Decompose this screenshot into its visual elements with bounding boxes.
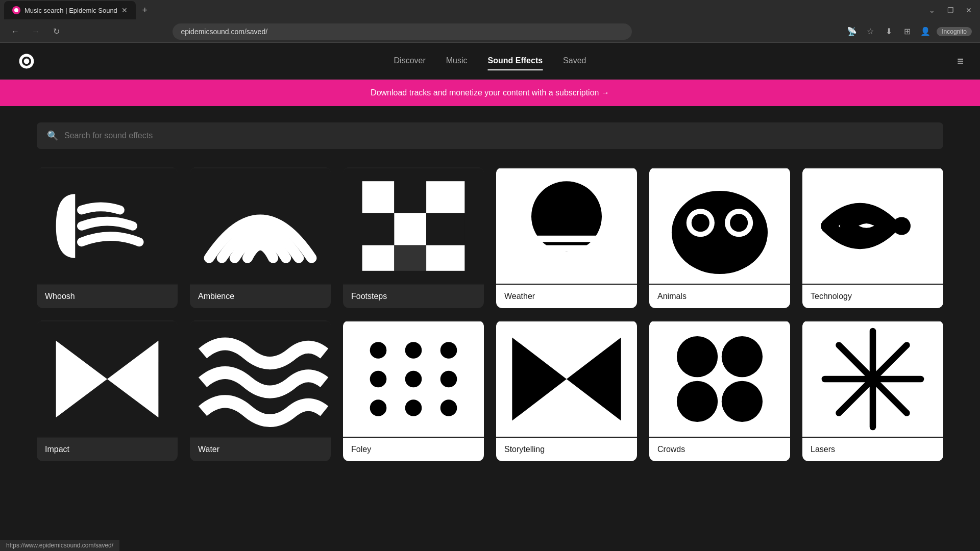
window-controls: ⌄ ❐ ✕ [925,3,976,17]
nav-sound-effects[interactable]: Sound Effects [488,52,543,70]
lasers-image [802,320,943,438]
svg-rect-4 [362,181,395,213]
window-minimize-button[interactable]: ⌄ [925,3,939,17]
address-bar[interactable]: epidemicsound.com/saved/ [173,23,632,40]
category-card-lasers[interactable]: Lasers [802,320,943,461]
svg-rect-44 [649,321,790,437]
svg-point-24 [730,214,748,232]
whoosh-label: Whoosh [37,285,178,308]
technology-image [802,167,943,285]
incognito-badge[interactable]: Incognito [937,27,972,36]
svg-point-39 [405,399,422,416]
category-card-whoosh[interactable]: Whoosh [37,167,178,308]
storytelling-image [496,320,637,438]
category-card-storytelling[interactable]: Storytelling [496,320,637,461]
crowds-image [649,320,790,438]
svg-rect-9 [426,213,464,245]
new-tab-button[interactable]: + [138,3,152,17]
svg-rect-5 [394,181,426,213]
svg-point-40 [440,399,457,416]
search-bar[interactable]: 🔍 [37,122,943,149]
app-logo[interactable] [16,51,37,71]
status-bar: https://www.epidemicsound.com/saved/ [0,540,119,551]
download-button[interactable]: ⬇ [881,24,896,39]
browser-actions: 📡 ☆ ⬇ ⊞ 👤 Incognito [845,24,972,39]
browser-refresh-button[interactable]: ↻ [49,24,63,39]
category-card-ambience[interactable]: Ambience [190,167,331,308]
svg-point-45 [677,336,718,377]
tab-title: Music search | Epidemic Sound [24,7,117,14]
search-icon: 🔍 [47,130,58,141]
nav-menu-button[interactable]: ≡ [957,55,964,68]
svg-point-48 [722,381,763,422]
ambience-label: Ambience [190,285,331,308]
tab-search-button[interactable]: ⊞ [900,24,914,39]
category-card-crowds[interactable]: Crowds [649,320,790,461]
svg-rect-8 [394,213,426,245]
water-image [190,320,331,438]
category-card-water[interactable]: Water [190,320,331,461]
svg-point-35 [370,371,387,388]
water-label: Water [190,438,331,461]
svg-point-32 [370,342,387,359]
search-input[interactable] [64,131,933,140]
category-card-footsteps[interactable]: Footsteps [343,167,484,308]
whoosh-image [37,167,178,285]
bookmark-button[interactable]: ☆ [863,24,877,39]
nav-discover[interactable]: Discover [394,52,426,70]
status-url: https://www.epidemicsound.com/saved/ [6,542,113,549]
app-nav: Discover Music Sound Effects Saved ≡ [0,43,980,80]
weather-label: Weather [496,285,637,308]
svg-point-46 [722,336,763,377]
svg-rect-12 [426,245,464,271]
window-close-button[interactable]: ✕ [962,3,976,17]
nav-links: Discover Music Sound Effects Saved [394,52,586,70]
impact-label: Impact [37,438,178,461]
url-display: epidemicsound.com/saved/ [181,28,267,36]
footsteps-label: Footsteps [343,285,484,308]
svg-rect-17 [516,255,618,261]
svg-point-38 [370,399,387,416]
impact-image [37,320,178,438]
svg-rect-7 [362,213,395,245]
svg-rect-10 [362,245,395,271]
profile-button[interactable]: 👤 [918,24,933,39]
foley-label: Foley [343,438,484,461]
tab-favicon [12,6,20,14]
footsteps-image [343,167,484,285]
animals-label: Animals [649,285,790,308]
promo-banner-text: Download tracks and monetize your conten… [371,88,609,97]
category-card-technology[interactable]: Technology [802,167,943,308]
category-card-foley[interactable]: Foley [343,320,484,461]
svg-rect-15 [516,236,618,242]
cast-button[interactable]: 📡 [845,24,859,39]
window-restore-button[interactable]: ❐ [943,3,958,17]
category-card-animals[interactable]: Animals [649,167,790,308]
svg-point-36 [405,371,422,388]
lasers-label: Lasers [802,438,943,461]
tab-close-button[interactable]: ✕ [121,6,128,14]
technology-label: Technology [802,285,943,308]
promo-banner[interactable]: Download tracks and monetize your conten… [0,80,980,106]
nav-music[interactable]: Music [446,52,468,70]
category-card-weather[interactable]: Weather [496,167,637,308]
animals-image [649,167,790,285]
ambience-image [190,167,331,285]
nav-saved[interactable]: Saved [563,52,586,70]
browser-addressbar: ← → ↻ epidemicsound.com/saved/ 📡 ☆ ⬇ ⊞ 👤… [0,20,980,43]
svg-point-20 [672,191,768,274]
svg-point-37 [440,371,457,388]
svg-point-34 [440,342,457,359]
browser-forward-button[interactable]: → [29,24,43,39]
svg-rect-6 [426,181,464,213]
crowds-label: Crowds [649,438,790,461]
epidemic-sound-logo-icon [17,52,36,70]
category-card-impact[interactable]: Impact [37,320,178,461]
browser-back-button[interactable]: ← [8,24,22,39]
browser-titlebar: Music search | Epidemic Sound ✕ + ⌄ ❐ ✕ [0,0,980,20]
browser-tab-active[interactable]: Music search | Epidemic Sound ✕ [4,1,136,19]
foley-image [343,320,484,438]
svg-rect-11 [394,245,426,271]
svg-point-0 [14,8,18,12]
browser-tabs: Music search | Epidemic Sound ✕ + [4,0,925,20]
